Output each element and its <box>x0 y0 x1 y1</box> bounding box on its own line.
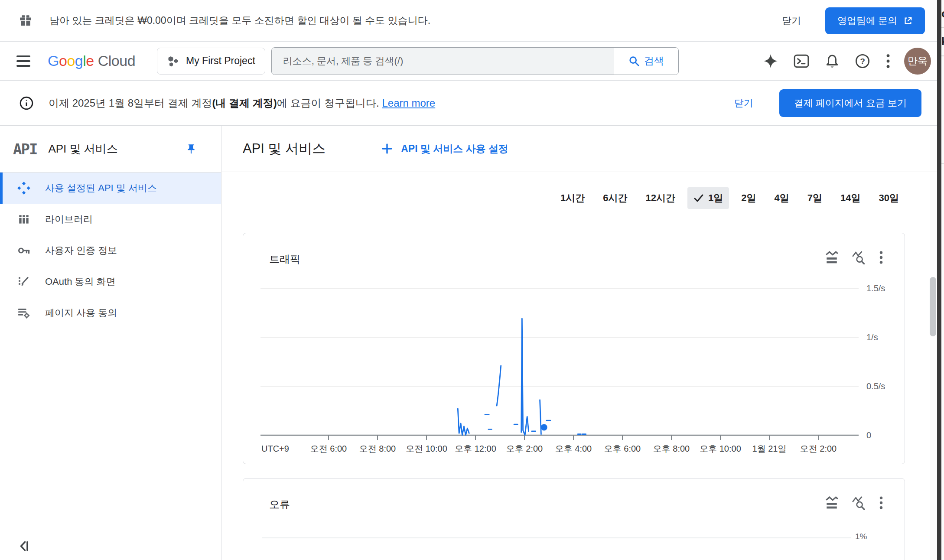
pin-button[interactable] <box>184 142 199 156</box>
sidebar-item-enabled-apis[interactable]: 사용 설정된 API 및 서비스 <box>0 173 221 204</box>
x-tick-label: 오후 10:00 <box>700 444 741 453</box>
explore-metrics-icon <box>852 496 866 510</box>
svg-text:?: ? <box>860 56 865 65</box>
time-range-chip-label: 7일 <box>807 192 822 205</box>
sidebar-item-library[interactable]: 라이브러리 <box>0 204 221 235</box>
search-input[interactable] <box>282 55 603 67</box>
gift-icon <box>17 13 34 29</box>
chart-explore-button[interactable] <box>850 249 867 266</box>
more-vert-icon <box>885 54 891 68</box>
traffic-chart: 1.5/s1/s0.5/s0오전 6:00오전 8:00오전 10:00오후 1… <box>260 277 902 455</box>
search-button-label: 검색 <box>644 54 664 68</box>
more-vert-icon <box>879 251 884 264</box>
bell-icon <box>824 53 840 69</box>
y-tick-label: 1.5/s <box>866 283 885 293</box>
traffic-series-line <box>540 400 541 434</box>
chart-explore-button[interactable] <box>850 494 867 511</box>
chart-more-options-button[interactable] <box>877 494 885 511</box>
sidebar-item-credentials[interactable]: 사용자 인증 정보 <box>0 235 221 266</box>
traffic-card-actions <box>823 249 885 266</box>
billing-message-prefix: 이제 2025년 1월 8일부터 결제 계정 <box>49 97 212 109</box>
enable-apis-button[interactable]: API 및 서비스 사용 설정 <box>378 142 511 156</box>
explore-metrics-icon <box>852 251 866 264</box>
check-icon <box>693 193 704 203</box>
notifications-button[interactable] <box>823 52 842 71</box>
scrollbar[interactable] <box>930 277 936 336</box>
x-tick-label: 오후 6:00 <box>604 444 641 453</box>
key-icon <box>17 244 30 257</box>
time-range-chip[interactable]: 30일 <box>873 187 905 209</box>
chart-legend-toggle-button[interactable] <box>823 494 840 511</box>
x-tick-label: 오전 10:00 <box>406 444 447 453</box>
divider-line <box>941 27 944 28</box>
app-bar: Google Cloud My First Project <box>0 42 937 81</box>
time-range-chip-label: 14일 <box>840 192 860 205</box>
sidebar-item-label: OAuth 동의 화면 <box>45 275 116 288</box>
help-button[interactable]: ? <box>853 52 872 71</box>
time-range-chip[interactable]: 1일 <box>687 187 729 209</box>
x-tick-label: 오전 2:00 <box>800 444 837 453</box>
pin-icon <box>186 143 197 155</box>
project-icon <box>167 55 179 67</box>
sidebar-item-label: 라이브러리 <box>45 213 93 226</box>
logo-letter: e <box>86 52 94 69</box>
contact-sales-button[interactable]: 영업팀에 문의 <box>825 7 925 34</box>
collapse-panel-icon <box>17 539 31 553</box>
time-range-chip-label: 2일 <box>741 192 756 205</box>
time-range-chip[interactable]: 4일 <box>768 187 795 209</box>
billing-message: 이제 2025년 1월 8일부터 결제 계정(내 결제 계정)에 요금이 청구됩… <box>49 96 435 110</box>
x-tick-label: 1월 21일 <box>752 444 787 453</box>
time-range-chip-label: 30일 <box>879 192 899 205</box>
billing-message-account: (내 결제 계정) <box>212 97 277 109</box>
traffic-series-line <box>521 319 529 435</box>
sidebar-item-label: 페이지 사용 동의 <box>45 306 117 319</box>
contact-sales-label: 영업팀에 문의 <box>837 14 897 27</box>
main-content: API 및 서비스 API 및 서비스 사용 설정 1시간6시간12시간1일2일… <box>222 126 937 560</box>
cloud-shell-button[interactable] <box>791 51 811 71</box>
y-tick-label: 0 <box>866 430 871 440</box>
sidebar-item-page-usage-agreements[interactable]: 페이지 사용 동의 <box>0 297 221 329</box>
project-name: My First Project <box>186 55 255 67</box>
time-range-chip[interactable]: 7일 <box>801 187 828 209</box>
external-link-icon <box>903 16 913 26</box>
time-range-chip[interactable]: 6시간 <box>597 187 633 209</box>
chart-legend-toggle-button[interactable] <box>823 249 840 266</box>
window-divider <box>937 0 941 560</box>
promo-close-button[interactable]: 닫기 <box>777 11 806 31</box>
x-tick-label: 오후 2:00 <box>506 444 543 453</box>
x-tick-label: 오후 4:00 <box>555 444 592 453</box>
time-range-chip[interactable]: 1시간 <box>554 187 591 209</box>
y-tick-label: 1/s <box>866 332 878 342</box>
help-icon: ? <box>855 53 870 69</box>
legend-toggle-icon <box>825 251 839 264</box>
sidebar: API API 및 서비스 사용 설정된 API 및 서비스 <box>0 126 221 560</box>
search-input-area[interactable] <box>272 48 614 75</box>
traffic-card: 트래픽 <box>243 233 905 464</box>
time-range-chip[interactable]: 14일 <box>834 187 866 209</box>
navigation-menu-button[interactable] <box>14 53 33 69</box>
project-picker-button[interactable]: My First Project <box>157 48 265 75</box>
latest-value-dot <box>541 424 547 430</box>
search-button[interactable]: 검색 <box>614 48 678 75</box>
time-range-chip[interactable]: 12시간 <box>640 187 681 209</box>
page-header: API 및 서비스 API 및 서비스 사용 설정 <box>222 126 937 172</box>
chart-more-options-button[interactable] <box>877 249 885 266</box>
avatar[interactable]: 만욱 <box>904 48 931 75</box>
collapse-sidebar-button[interactable] <box>16 537 33 555</box>
google-wordmark: Google <box>48 52 94 69</box>
x-tick-label: 오전 8:00 <box>359 444 396 453</box>
more-options-button[interactable] <box>883 52 893 70</box>
time-range-chip[interactable]: 2일 <box>735 187 762 209</box>
sidebar-item-oauth-consent[interactable]: OAuth 동의 화면 <box>0 266 221 297</box>
partial-text: k <box>941 35 944 48</box>
learn-more-link[interactable]: Learn more <box>382 97 435 109</box>
more-vert-icon <box>879 496 884 510</box>
gemini-button[interactable] <box>761 52 780 71</box>
page-title: API 및 서비스 <box>243 140 326 158</box>
promo-banner: 남아 있는 크레딧은 ₩0.00이며 크레딧을 모두 소진하면 할인 대상이 될… <box>0 0 937 42</box>
view-charges-button[interactable]: 결제 페이지에서 요금 보기 <box>779 89 921 117</box>
logo-letter: g <box>75 52 83 69</box>
google-cloud-console: 남아 있는 크레딧은 ₩0.00이며 크레딧을 모두 소진하면 할인 대상이 될… <box>0 0 944 560</box>
billing-close-button[interactable]: 닫기 <box>729 93 758 113</box>
avatar-initials: 만욱 <box>908 54 928 68</box>
